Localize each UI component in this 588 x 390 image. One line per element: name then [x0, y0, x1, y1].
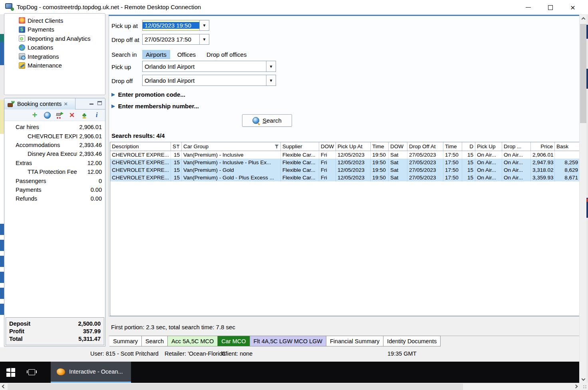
- workspace-tab[interactable]: Financial Summary: [326, 336, 383, 346]
- booking-item-value: 2,393.46: [79, 151, 102, 157]
- vertical-scrollbar[interactable]: [579, 15, 586, 383]
- pickup-at-field[interactable]: 12/05/2023 19:50 ▼: [142, 20, 209, 31]
- column-header-label: Time: [445, 143, 457, 149]
- booking-item-label: Extras: [16, 160, 85, 166]
- results-column-header[interactable]: DOW: [389, 142, 407, 151]
- panel-restore-icon[interactable]: [97, 101, 102, 105]
- availability-icon[interactable]: [44, 111, 51, 119]
- promotion-code-expander[interactable]: ▶ Enter promotion code...: [111, 91, 185, 98]
- booking-contents-tab[interactable]: Booking contents ×: [4, 98, 75, 109]
- workspace-tab[interactable]: Acc 5A,5C MCO: [168, 336, 218, 346]
- pickup-dropdown-button[interactable]: ▼: [266, 61, 276, 72]
- close-icon: ×: [570, 3, 575, 12]
- start-button[interactable]: [0, 362, 21, 383]
- minimize-button[interactable]: [517, 0, 539, 15]
- add-item-icon[interactable]: +: [31, 111, 38, 119]
- results-table-row[interactable]: CHEVROLET EXPRE... 15 Van(Premium) - Inc…: [110, 159, 579, 166]
- chevron-down-icon: ▼: [203, 23, 207, 28]
- cell-basket: 8,671: [555, 174, 580, 181]
- workspace-tab[interactable]: Summary: [109, 336, 142, 346]
- workspace-tab[interactable]: Search: [142, 336, 168, 346]
- taskbar-app-label: Interactive - Ocean...: [69, 368, 123, 375]
- search-in-option[interactable]: Airports: [142, 50, 170, 59]
- scroll-left-button[interactable]: [0, 383, 7, 390]
- search-in-option[interactable]: Drop off offices: [203, 50, 250, 59]
- delete-icon[interactable]: ✕: [68, 111, 75, 119]
- status-client: Client: none: [222, 350, 252, 357]
- results-column-header[interactable]: Pick Up At: [336, 142, 371, 151]
- results-column-header[interactable]: Price: [531, 142, 555, 151]
- cell-seats: 15: [171, 166, 182, 174]
- task-view-button[interactable]: [21, 362, 42, 383]
- booking-list-item[interactable]: Extras 12.00: [4, 159, 105, 167]
- workspace-tab[interactable]: Flt 4A,5C LGW MCO LGW: [250, 336, 326, 346]
- horizontal-scroll-thumb[interactable]: [8, 384, 463, 390]
- results-column-header[interactable]: DOW: [319, 142, 336, 151]
- booking-list-item[interactable]: Payments 0.00: [4, 185, 105, 194]
- scroll-right-button[interactable]: [572, 383, 579, 390]
- cell-dow-dropoff: Sat: [389, 174, 407, 181]
- search-button[interactable]: Search: [242, 114, 292, 127]
- results-table-row[interactable]: CHEVROLET EXPRE... 15 Van(Premium) - Inc…: [110, 151, 579, 159]
- column-header-label: D: [469, 143, 473, 149]
- panel-minimize-icon[interactable]: [89, 101, 93, 105]
- results-column-header[interactable]: Drop ...: [502, 142, 531, 151]
- filter-funnel-icon[interactable]: [274, 145, 279, 149]
- booking-list-item[interactable]: Refunds 0.00: [4, 194, 105, 203]
- booking-list-item[interactable]: Car hires 2,906.01: [4, 123, 105, 131]
- column-header-label: Time: [372, 143, 384, 149]
- results-column-header[interactable]: Time: [443, 142, 462, 151]
- workspace-tab[interactable]: Car MCO: [218, 336, 250, 346]
- sidebar-nav-item[interactable]: Integrations: [4, 52, 105, 61]
- search-in-option[interactable]: Offices: [174, 50, 199, 59]
- close-button[interactable]: ×: [562, 0, 584, 15]
- sidebar-nav-item[interactable]: Reporting and Analytics: [4, 34, 105, 43]
- sidebar-nav-item[interactable]: Maintenance: [4, 61, 105, 70]
- workspace-tab[interactable]: Identity Documents: [383, 336, 441, 346]
- background-window-sliver-left: [0, 15, 4, 383]
- pickup-at-label: Pick up at: [111, 22, 138, 29]
- dropoff-at-field[interactable]: 27/05/2023 17:50 ▼: [142, 34, 209, 45]
- holiday-icon[interactable]: ♣: [81, 111, 88, 119]
- results-table-row[interactable]: CHEVROLET EXPRE... 15 Van(Premium) - Gol…: [110, 166, 579, 174]
- task-view-icon: [28, 369, 35, 375]
- nav-item-icon: [19, 62, 25, 69]
- results-column-header[interactable]: Drop Off At: [407, 142, 443, 151]
- results-column-header[interactable]: Time: [371, 142, 389, 151]
- sidebar-nav-item[interactable]: Payments: [4, 25, 105, 34]
- results-column-header[interactable]: Car Group: [182, 142, 281, 151]
- scroll-down-button[interactable]: [580, 376, 587, 383]
- results-column-header[interactable]: Supplier: [281, 142, 319, 151]
- results-column-header[interactable]: D: [462, 142, 475, 151]
- dropoff-combo[interactable]: Orlando Intl Airport ▼: [142, 75, 276, 86]
- pickup-at-dropdown-button[interactable]: ▼: [199, 20, 209, 30]
- booking-tab-close-icon[interactable]: ×: [64, 101, 68, 107]
- dropoff-dropdown-button[interactable]: ▼: [266, 75, 276, 86]
- dropoff-at-dropdown-button[interactable]: ▼: [199, 34, 209, 44]
- results-column-header[interactable]: Description: [110, 142, 171, 151]
- booking-list-item[interactable]: Passengers 0: [4, 176, 105, 185]
- pickup-combo[interactable]: Orlando Intl Airport ▼: [142, 61, 276, 72]
- cell-days: 15: [462, 159, 475, 166]
- cell-description: CHEVROLET EXPRE...: [110, 174, 171, 181]
- results-column-header[interactable]: Pick Up: [475, 142, 502, 151]
- scroll-up-button[interactable]: [580, 15, 587, 22]
- results-table-row[interactable]: CHEVROLET EXPRE... 15 Van(Premium) - Gol…: [110, 174, 579, 181]
- filter-funnel-icon[interactable]: [176, 145, 180, 149]
- booking-list-item[interactable]: Disney Area Executiv 2,393.46: [4, 149, 105, 158]
- booking-list-item[interactable]: CHEVROLET EXPRE 2,906.01: [4, 131, 105, 140]
- taskbar-app-interactive[interactable]: Interactive - Ocean...: [51, 362, 131, 383]
- booking-list-item[interactable]: Accommodations 2,393.46: [4, 141, 105, 149]
- vertical-scroll-thumb[interactable]: [580, 24, 586, 123]
- membership-number-expander[interactable]: ▶ Enter membership number...: [111, 103, 199, 109]
- cell-seats: 15: [171, 151, 182, 159]
- maximize-button[interactable]: [539, 0, 562, 15]
- sidebar-nav-item[interactable]: Locations: [4, 43, 105, 52]
- booking-list-item[interactable]: TTA Protection Fee 12.00: [4, 167, 105, 176]
- sidebar-nav-item[interactable]: Direct Clients: [4, 16, 105, 25]
- results-column-header[interactable]: Bask: [555, 142, 580, 151]
- info-icon[interactable]: i: [93, 111, 100, 119]
- results-column-header[interactable]: S: [171, 142, 182, 151]
- basket-icon[interactable]: [56, 111, 63, 119]
- horizontal-scrollbar[interactable]: [0, 383, 579, 390]
